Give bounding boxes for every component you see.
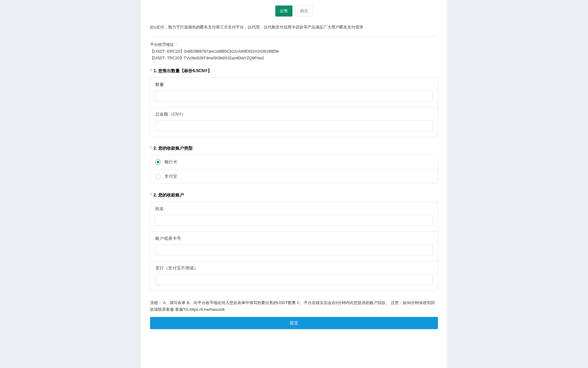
- label-quantity: 数量: [155, 82, 433, 87]
- footer-note: 流程： A、填写表单 B、向平台收币地址转入您在表单中填写的要出售的USDT数量…: [150, 299, 438, 313]
- radio-alipay[interactable]: 支付宝: [150, 169, 438, 184]
- account-group: 姓名 账户或者卡号 支行（支付宝不用填）: [150, 202, 438, 291]
- radio-icon: [155, 174, 161, 179]
- row-account: 账户或者卡号: [150, 232, 438, 261]
- divider: [150, 36, 438, 36]
- address-erc20: 【USDT- ERC20】0x6628B8787aec1eBB5Cb22cA89…: [150, 48, 438, 55]
- content: 出售 购买 好u支付，致力于打造领先的匿名支付第三方支付平台，以代理、以代购支付…: [141, 0, 447, 329]
- label-branch: 支行（支付宝不用填）: [155, 266, 433, 271]
- input-account[interactable]: [155, 244, 433, 255]
- section-title-account: * 2. 您的收款账户: [150, 192, 438, 198]
- label-name: 姓名: [155, 206, 433, 212]
- input-total[interactable]: [155, 120, 433, 131]
- section-title-text: 2. 您的收款账户类型: [153, 146, 193, 151]
- tab-sell[interactable]: 出售: [275, 6, 292, 17]
- tab-buy[interactable]: 购买: [296, 6, 313, 17]
- label-account: 账户或者卡号: [155, 236, 433, 241]
- row-name: 姓名: [150, 202, 438, 232]
- radio-label-bank: 银行卡: [164, 159, 177, 165]
- section-title-quantity: * 1. 您售出数量【标价6.5CNY】: [150, 68, 438, 74]
- label-total: 总金额（CNY）: [155, 112, 433, 117]
- section-title-text: 1. 您售出数量【标价6.5CNY】: [153, 68, 212, 73]
- submit-button[interactable]: 提交: [150, 317, 438, 329]
- section-title-account-type: * 2. 您的收款账户类型: [150, 146, 438, 151]
- input-quantity[interactable]: [155, 91, 433, 102]
- intro-text: 好u支付，致力于打造领先的匿名支付第三方支付平台，以代理、以代购支付信用卡还款等…: [150, 24, 438, 31]
- radio-bank-card[interactable]: 银行卡: [150, 155, 438, 169]
- radio-icon: [155, 159, 161, 165]
- address-trc20: 【USDT- TRC20】TVv3tw528T4hw5K9b9S32av8DwY…: [150, 55, 438, 61]
- form-page: 出售 购买 好u支付，致力于打造领先的匿名支付第三方支付平台，以代理、以代购支付…: [141, 0, 447, 368]
- tab-bar: 出售 购买: [150, 0, 438, 24]
- quantity-group: 数量 总金额（CNY）: [150, 77, 438, 137]
- required-mark: *: [150, 192, 152, 197]
- required-mark: *: [150, 68, 152, 73]
- account-type-group: 银行卡 支付宝: [150, 155, 438, 184]
- address-title: 平台收币地址：: [150, 41, 438, 48]
- required-mark: *: [150, 146, 152, 151]
- radio-label-alipay: 支付宝: [164, 174, 177, 179]
- address-block: 平台收币地址： 【USDT- ERC20】0x6628B8787aec1eBB5…: [150, 41, 438, 61]
- row-quantity: 数量: [150, 78, 438, 107]
- input-branch[interactable]: [155, 274, 433, 285]
- row-total: 总金额（CNY）: [150, 107, 438, 137]
- section-title-text: 2. 您的收款账户: [153, 192, 184, 197]
- row-branch: 支行（支付宝不用填）: [150, 261, 438, 291]
- input-name[interactable]: [155, 215, 433, 226]
